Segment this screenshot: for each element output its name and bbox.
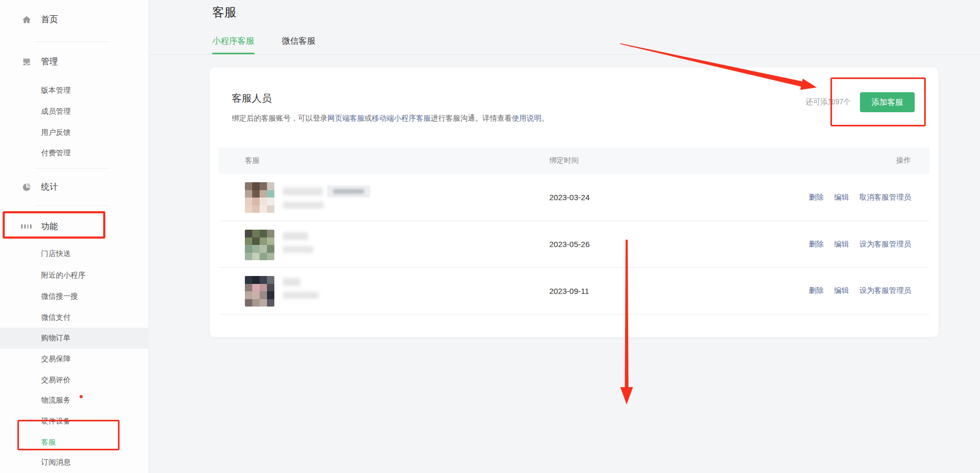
masked-account <box>283 246 313 253</box>
column-header-bind-time: 绑定时间 <box>549 147 579 174</box>
sidebar-item-customer-service[interactable]: 客服 <box>0 432 149 453</box>
sidebar-item-label: 功能 <box>41 221 58 232</box>
web-customer-service-link[interactable]: 网页端客服 <box>328 114 364 122</box>
mobile-miniprogram-cs-link[interactable]: 移动端小程序客服 <box>372 114 431 122</box>
tabbar-border <box>150 54 980 55</box>
sidebar-item-stats[interactable]: 统计 <box>0 176 149 198</box>
edit-link[interactable]: 编辑 <box>834 286 849 295</box>
main-content: 客服 小程序客服 微信客服 客服人员 绑定后的客服账号，可以登录网页端客服或移动… <box>150 0 980 473</box>
row-actions: 删除 编辑 设为客服管理员 <box>809 268 911 314</box>
sidebar-item-version-manage[interactable]: 版本管理 <box>0 80 149 101</box>
table-row: 2023-09-11 删除 编辑 设为客服管理员 <box>219 268 929 314</box>
bind-time: 2023-09-11 <box>549 268 589 314</box>
inbox-icon <box>21 56 32 67</box>
divider <box>35 168 109 169</box>
sidebar-item-label: 管理 <box>41 56 58 67</box>
panel-title: 客服人员 <box>232 92 272 105</box>
set-cs-admin-link[interactable]: 设为客服管理员 <box>859 286 911 295</box>
sidebar: 首页 管理 版本管理 成员管理 用户反馈 付费管理 统计 功能 门店快送 附近的… <box>0 0 149 473</box>
add-customer-service-button[interactable]: 添加客服 <box>860 92 915 112</box>
sidebar-item-label: 首页 <box>41 14 58 25</box>
sidebar-item-subscribe-message[interactable]: 订阅消息 <box>0 452 149 473</box>
sidebar-item-wechat-search[interactable]: 微信搜一搜 <box>0 286 149 307</box>
table-row: 2023-05-26 删除 编辑 设为客服管理员 <box>219 221 929 268</box>
delete-link[interactable]: 删除 <box>809 240 824 249</box>
tab-wechat-customer-service[interactable]: 微信客服 <box>282 31 315 54</box>
masked-name <box>283 278 301 286</box>
usage-instructions-link[interactable]: 使用说明 <box>512 114 541 122</box>
column-header-customer-service: 客服 <box>245 147 260 174</box>
sidebar-item-label: 统计 <box>41 182 58 193</box>
notification-dot <box>80 395 83 398</box>
sidebar-item-nearby-miniprogram[interactable]: 附近的小程序 <box>0 265 149 286</box>
divider <box>35 42 109 42</box>
table-row: 2023-03-24 删除 编辑 取消客服管理员 <box>219 174 929 221</box>
masked-account <box>283 202 324 209</box>
sidebar-item-features[interactable]: 功能 <box>0 216 149 237</box>
sidebar-item-trade-guarantee[interactable]: 交易保障 <box>0 349 149 370</box>
customer-service-panel: 客服人员 绑定后的客服账号，可以登录网页端客服或移动端小程序客服进行客服沟通。详… <box>210 67 938 337</box>
avatar <box>245 230 274 260</box>
tab-miniprogram-customer-service[interactable]: 小程序客服 <box>212 31 254 54</box>
divider <box>35 205 109 206</box>
sidebar-item-home[interactable]: 首页 <box>0 9 149 30</box>
pie-chart-icon <box>21 182 32 192</box>
sidebar-item-manage[interactable]: 管理 <box>0 51 149 72</box>
masked-name <box>283 188 323 195</box>
panel-description: 绑定后的客服账号，可以登录网页端客服或移动端小程序客服进行客服沟通。详情查看使用… <box>232 114 549 123</box>
page-title: 客服 <box>212 4 236 21</box>
row-actions: 删除 编辑 设为客服管理员 <box>809 221 911 267</box>
cancel-cs-admin-link[interactable]: 取消客服管理员 <box>859 193 911 202</box>
sidebar-item-user-feedback[interactable]: 用户反馈 <box>0 122 149 143</box>
row-actions: 删除 编辑 取消客服管理员 <box>809 174 911 221</box>
avatar <box>245 276 274 307</box>
edit-link[interactable]: 编辑 <box>834 240 849 249</box>
sidebar-item-trade-review[interactable]: 交易评价 <box>0 370 149 391</box>
sidebar-item-wechat-pay[interactable]: 微信支付 <box>0 307 149 328</box>
delete-link[interactable]: 删除 <box>809 193 824 202</box>
masked-admin-badge <box>327 185 370 198</box>
sidebar-item-member-manage[interactable]: 成员管理 <box>0 101 149 122</box>
avatar <box>245 182 274 213</box>
sidebar-item-shopping-orders[interactable]: 购物订单 <box>0 328 149 349</box>
grid-icon <box>21 221 32 232</box>
remaining-quota-text: 还可添加97个 <box>806 97 851 107</box>
tab-bar: 小程序客服 微信客服 <box>212 31 315 54</box>
sidebar-item-store-delivery[interactable]: 门店快送 <box>0 243 149 264</box>
masked-name <box>283 232 308 240</box>
home-icon <box>21 14 32 25</box>
masked-account <box>283 292 319 299</box>
bind-time: 2023-03-24 <box>549 174 590 221</box>
column-header-operations: 操作 <box>896 147 911 174</box>
sidebar-item-logistics[interactable]: 物流服务 <box>0 390 149 411</box>
sidebar-item-hardware[interactable]: 硬件设备 <box>0 411 149 432</box>
bind-time: 2023-05-26 <box>549 221 590 267</box>
edit-link[interactable]: 编辑 <box>834 193 849 202</box>
set-cs-admin-link[interactable]: 设为客服管理员 <box>859 240 911 249</box>
delete-link[interactable]: 删除 <box>809 286 824 295</box>
sidebar-item-pay-manage[interactable]: 付费管理 <box>0 143 149 164</box>
table-header: 客服 绑定时间 操作 <box>219 147 929 174</box>
